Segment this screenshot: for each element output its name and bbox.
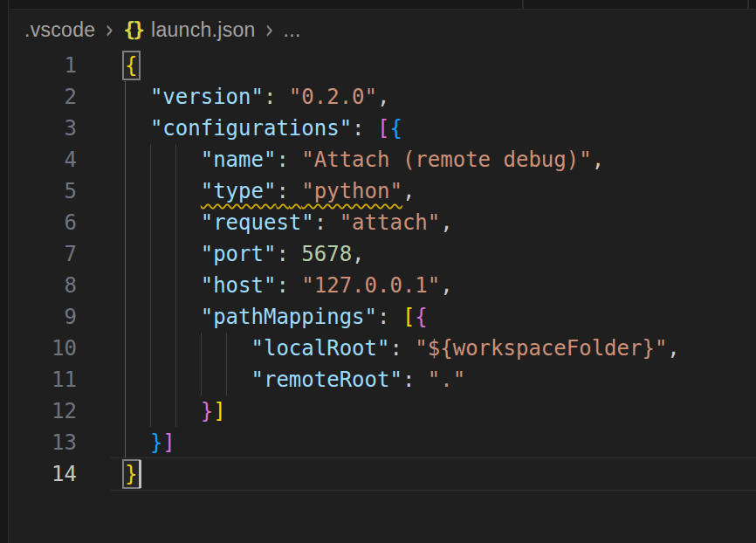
code-token [415, 368, 427, 392]
code-token [125, 399, 201, 423]
code-token [125, 336, 251, 361]
line-number[interactable]: 4 [10, 144, 77, 175]
code-token [125, 210, 201, 235]
code-token [125, 368, 251, 392]
code-text: { [125, 50, 137, 81]
tab-divider [747, 0, 749, 9]
code-token [289, 242, 301, 266]
code-line-9[interactable]: 9 "pathMappings": [{ [10, 301, 756, 333]
code-token: : [264, 85, 276, 109]
code-token: } [201, 399, 213, 423]
code-token [125, 179, 201, 203]
code-text: }] [125, 427, 175, 458]
code-token: , [592, 148, 604, 172]
code-token [402, 336, 415, 361]
code-token: "Attach (remote debug)" [301, 148, 591, 172]
code-line-7[interactable]: 7 "port": 5678, [10, 238, 756, 270]
line-number[interactable]: 10 [10, 333, 77, 364]
line-number[interactable]: 11 [10, 364, 77, 395]
breadcrumb-folder[interactable]: .vscode [24, 18, 95, 42]
code-token [289, 148, 301, 172]
code-token: "localRoot" [251, 336, 390, 361]
code-text: "version": "0.2.0", [125, 81, 389, 113]
code-token: "host" [201, 273, 277, 298]
code-editor[interactable]: 1{2 "version": "0.2.0",3 "configurations… [10, 50, 756, 543]
chevron-right-icon: › [105, 15, 113, 45]
code-token: , [667, 336, 679, 361]
code-token: "remoteRoot" [251, 368, 402, 392]
line-number[interactable]: 2 [10, 81, 77, 113]
code-text: "name": "Attach (remote debug)", [125, 144, 604, 175]
tab-divider [522, 0, 524, 9]
code-token: "attach" [340, 210, 441, 235]
code-text: "type": "python", [125, 175, 415, 207]
code-token: "version" [150, 85, 264, 109]
code-line-2[interactable]: 2 "version": "0.2.0", [10, 81, 756, 113]
breadcrumb-symbol-ellipsis[interactable]: ... [284, 18, 301, 42]
code-token: , [440, 210, 452, 235]
code-token: : [314, 210, 326, 235]
code-line-5[interactable]: 5 "type": "python", [10, 175, 756, 207]
code-token [389, 305, 402, 329]
tab-bar-edge [10, 0, 756, 10]
code-token: [ [377, 116, 389, 141]
code-line-4[interactable]: 4 "name": "Attach (remote debug)", [10, 144, 756, 175]
line-number[interactable]: 9 [10, 301, 77, 333]
code-token: 5678 [301, 242, 352, 266]
code-text: "localRoot": "${workspaceFolder}", [125, 333, 680, 364]
code-text: "request": "attach", [125, 207, 453, 238]
code-token [125, 242, 201, 266]
code-token: : [276, 148, 288, 172]
code-line-10[interactable]: 10 "localRoot": "${workspaceFolder}", [10, 333, 756, 364]
code-text: } [125, 458, 137, 490]
code-line-11[interactable]: 11 "remoteRoot": "." [10, 364, 756, 395]
code-line-3[interactable]: 3 "configurations": [{ [10, 113, 756, 144]
line-number[interactable]: 6 [10, 207, 77, 238]
warning-underlined-token: "python" [301, 179, 402, 203]
line-number[interactable]: 3 [10, 113, 77, 144]
code-token: : [377, 305, 389, 329]
line-number[interactable]: 8 [10, 270, 77, 301]
code-line-12[interactable]: 12 }] [10, 395, 756, 427]
code-token: "name" [201, 148, 277, 172]
code-line-13[interactable]: 13 }] [10, 427, 756, 458]
code-token: } [150, 430, 162, 455]
code-token: "request" [201, 210, 314, 235]
line-number[interactable]: 5 [10, 175, 77, 207]
code-line-8[interactable]: 8 "host": "127.0.0.1", [10, 270, 756, 301]
code-token: "${workspaceFolder}" [415, 336, 667, 361]
line-number[interactable]: 1 [10, 50, 77, 81]
warning-underlined-token: "type" [201, 179, 277, 203]
code-token: : [352, 116, 364, 141]
code-token: { [125, 53, 137, 78]
line-number[interactable]: 13 [10, 427, 77, 458]
code-token: : [276, 273, 288, 298]
code-token [125, 148, 201, 172]
code-token [365, 116, 377, 141]
code-line-6[interactable]: 6 "request": "attach", [10, 207, 756, 238]
code-token: [ [402, 305, 415, 329]
code-token: , [440, 273, 452, 298]
line-number[interactable]: 7 [10, 238, 77, 270]
json-file-icon: {} [123, 18, 142, 41]
code-token: ] [162, 430, 175, 455]
sidebar-edge [0, 0, 9, 543]
code-line-14[interactable]: 14} [10, 458, 756, 490]
line-number[interactable]: 12 [10, 395, 77, 427]
code-text: "host": "127.0.0.1", [125, 270, 453, 301]
code-text: "port": 5678, [125, 238, 365, 270]
code-line-1[interactable]: 1{ [10, 50, 756, 81]
code-text: "configurations": [{ [125, 113, 402, 144]
code-token: "port" [201, 242, 277, 266]
line-number[interactable]: 14 [10, 458, 77, 490]
code-token [125, 305, 201, 329]
code-lines: 1{2 "version": "0.2.0",3 "configurations… [10, 50, 756, 490]
code-text: "pathMappings": [{ [125, 301, 428, 333]
code-token: "127.0.0.1" [301, 273, 440, 298]
code-text: }] [125, 395, 226, 427]
breadcrumb-file[interactable]: launch.json [151, 18, 256, 42]
code-token: ] [213, 399, 225, 423]
code-token: } [125, 462, 137, 486]
warning-underlined-token: : [276, 179, 288, 203]
code-token [289, 273, 301, 298]
